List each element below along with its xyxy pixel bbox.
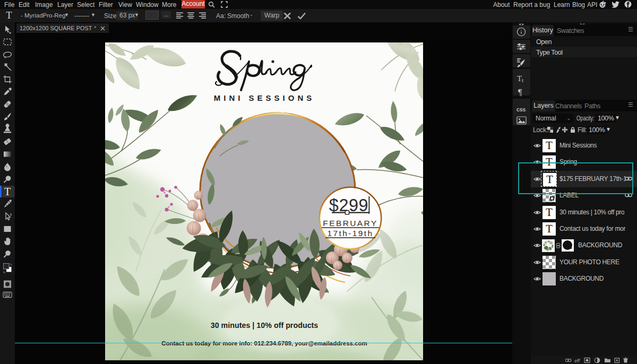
- svg-text:T: T: [517, 74, 522, 83]
- svg-text:eff: eff: [574, 358, 581, 363]
- svg-text:CSS: CSS: [517, 107, 526, 113]
- svg-text:30 minutes | 10% off products: 30 minutes | 10% off products: [211, 321, 318, 330]
- svg-text:MINI SESSIONS: MINI SESSIONS: [214, 93, 315, 102]
- svg-text:17th-19th: 17th-19th: [327, 229, 373, 238]
- svg-text:t: t: [522, 77, 523, 83]
- svg-text:Contact us today for more info: Contact us today for more info: 012.234.…: [161, 340, 367, 346]
- svg-text:FEBRUARY: FEBRUARY: [323, 219, 377, 228]
- svg-text:T: T: [6, 11, 12, 20]
- svg-text:T: T: [4, 186, 11, 197]
- svg-text:¶: ¶: [518, 88, 522, 97]
